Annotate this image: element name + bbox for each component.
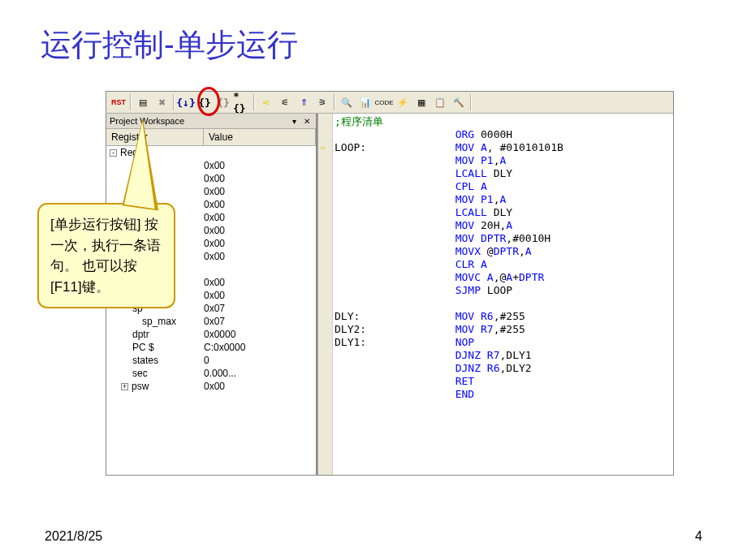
run-button[interactable]: ▤ (134, 93, 152, 111)
code-line[interactable]: MOV 20H,A (335, 219, 673, 232)
col-value: Value (204, 129, 316, 145)
reset-button[interactable]: RST (110, 93, 127, 111)
trace-button[interactable]: ⇑ (295, 93, 313, 111)
code-line[interactable]: RET (335, 375, 673, 388)
code-line[interactable]: END (335, 388, 673, 401)
run-to-cursor-icon: *{} (233, 90, 251, 114)
register-row[interactable]: PC $C:0x0000 (106, 341, 316, 354)
footer-date: 2021/8/25 (45, 529, 102, 544)
code-line[interactable]: DLY: MOV R6,#255 (335, 310, 673, 323)
run-icon: ▤ (139, 97, 147, 108)
slide-title: 运行控制-单步运行 (0, 0, 747, 66)
code-line[interactable] (335, 297, 673, 310)
code-icon: CODE (374, 99, 393, 106)
footer-page: 4 (695, 529, 702, 544)
code-line[interactable]: DLY2: MOV R7,#255 (335, 323, 673, 336)
callout-tooltip: [单步运行按钮] 按一次，执行一条语句。 也可以按[F11]键。 (37, 203, 175, 308)
debug-toolbar: RST ▤ ✖ {↓} {} {} *{} ➪ ⚟ ⇑ ⚞ 🔍 📊 CODE ⚡… (106, 92, 673, 114)
stop-button[interactable]: ✖ (153, 93, 171, 111)
perf-button[interactable]: 📋 (431, 93, 449, 111)
code-line[interactable]: DJNZ R7,DLY1 (335, 349, 673, 362)
step-out-icon: {} (217, 97, 230, 109)
code-line[interactable]: SJMP LOOP (335, 284, 673, 297)
code-line[interactable]: MOV P1,A (335, 193, 673, 206)
run-to-cursor-button[interactable]: *{} (233, 93, 251, 111)
step-into-icon: {↓} (176, 97, 195, 109)
trace-icon2: ⚞ (318, 97, 326, 108)
tools-button[interactable]: 🔨 (450, 93, 468, 111)
arrow-icon: ➪ (263, 97, 270, 108)
close-panel-button[interactable]: ✕ (301, 115, 313, 127)
code-line[interactable]: MOV DPTR,#0010H (335, 232, 673, 245)
step-over-button[interactable]: {} (196, 93, 214, 111)
dock-button[interactable]: ▾ (288, 115, 300, 127)
serial-icon: ⚡ (397, 97, 408, 108)
reset-icon: RST (111, 98, 126, 106)
analysis-button[interactable]: ▦ (412, 93, 430, 111)
main-area: Project Workspace ▾ ✕ Register Value -Re… (106, 114, 673, 475)
toolbar-separator (334, 94, 335, 110)
step-over-icon: {} (198, 97, 211, 109)
register-row[interactable]: sec0.000... (106, 367, 316, 380)
perf-icon: 📋 (434, 97, 446, 108)
ide-window: RST ▤ ✖ {↓} {} {} *{} ➪ ⚟ ⇑ ⚞ 🔍 📊 CODE ⚡… (106, 91, 674, 476)
trace-button2[interactable]: ⚞ (313, 93, 331, 111)
register-row[interactable]: sp_max0x07 (106, 315, 316, 328)
code-line[interactable]: DJNZ R6,DLY2 (335, 362, 673, 375)
step-out-button[interactable]: {} (214, 93, 232, 111)
code-line[interactable]: DLY1: NOP (335, 336, 673, 349)
step-into-button[interactable]: {↓} (177, 93, 195, 111)
toolbar-separator (130, 94, 132, 110)
code-editor[interactable]: ;程序清单 ORG 0000H➪LOOP: MOV A, #01010101B … (317, 114, 673, 475)
serial-button[interactable]: ⚡ (394, 93, 412, 111)
memory-icon: 📊 (360, 97, 371, 108)
code-line[interactable]: LCALL DLY (335, 167, 673, 180)
code-line[interactable]: CLR A (335, 258, 673, 271)
code-line[interactable]: MOVC A,@A+DPTR (335, 271, 673, 284)
code-line[interactable]: MOVX @DPTR,A (335, 245, 673, 258)
code-gutter (318, 114, 333, 475)
hammer-icon: 🔨 (453, 97, 464, 108)
code-line[interactable]: CPL A (335, 180, 673, 193)
toolbar-separator (253, 94, 255, 110)
disasm-button[interactable]: ⚟ (276, 93, 294, 111)
memory-button[interactable]: 📊 (356, 93, 374, 111)
toolbar-separator (470, 94, 472, 110)
toolbar-separator (173, 94, 175, 110)
stop-icon: ✖ (158, 97, 166, 108)
analysis-icon: ▦ (417, 97, 425, 108)
code-line[interactable]: LCALL DLY (335, 206, 673, 219)
watch-button[interactable]: 🔍 (338, 93, 356, 111)
register-row[interactable]: +psw0x00 (106, 380, 316, 393)
code-line[interactable]: ➪LOOP: MOV A, #01010101B (335, 141, 673, 154)
code-line[interactable]: ORG 0000H (335, 128, 673, 141)
watch-icon: 🔍 (341, 97, 352, 108)
code-button[interactable]: CODE (375, 93, 393, 111)
register-row[interactable]: states0 (106, 354, 316, 367)
trace-icon: ⇑ (300, 97, 308, 108)
show-next-button[interactable]: ➪ (257, 93, 275, 111)
register-row[interactable]: dptr0x0000 (106, 328, 316, 341)
code-line[interactable]: MOV P1,A (335, 154, 673, 167)
callout-text: [单步运行按钮] 按一次，执行一条语句。 也可以按[F11]键。 (50, 217, 161, 295)
disasm-icon: ⚟ (281, 97, 289, 108)
